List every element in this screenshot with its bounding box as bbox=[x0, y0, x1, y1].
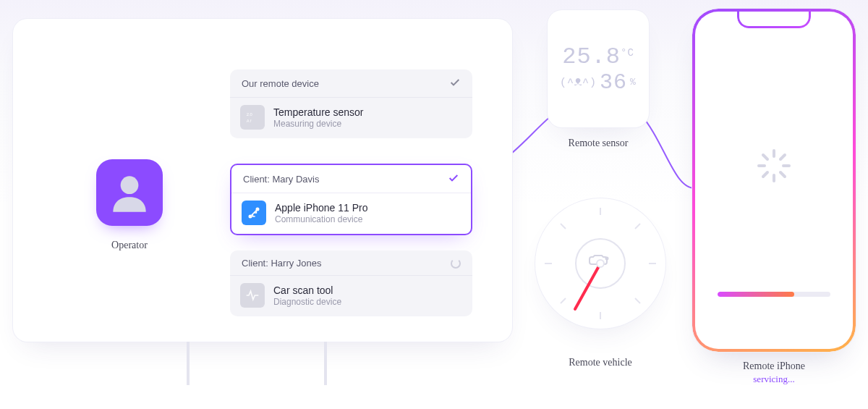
check-icon bbox=[449, 77, 461, 90]
sensor-temperature: 25.8°C bbox=[562, 43, 634, 70]
check-icon bbox=[448, 172, 459, 186]
remote-iphone-label: Remote iPhone servicing... bbox=[692, 360, 856, 385]
phone-status-text: servicing... bbox=[692, 374, 856, 385]
device-title: Temperature sensor bbox=[273, 106, 364, 118]
humidity-value: 36 bbox=[600, 70, 627, 95]
svg-text:2.0: 2.0 bbox=[247, 112, 253, 117]
svg-point-18 bbox=[597, 260, 604, 267]
card-header: Client: Mary Davis bbox=[231, 165, 471, 193]
svg-text:A f: A f bbox=[247, 119, 252, 123]
device-card-iphone[interactable]: Client: Mary Davis Apple iPhone 11 Pro C… bbox=[230, 164, 472, 235]
svg-line-23 bbox=[763, 155, 767, 159]
svg-point-4 bbox=[256, 208, 258, 210]
remote-vehicle-label: Remote vehicle bbox=[535, 357, 665, 368]
progress-fill bbox=[718, 292, 794, 297]
loading-spinner-icon bbox=[451, 258, 461, 269]
remote-sensor-label: Remote sensor bbox=[548, 138, 649, 149]
svg-line-12 bbox=[635, 298, 640, 303]
device-subtitle: Measuring device bbox=[273, 119, 364, 129]
remote-vehicle-gauge bbox=[535, 198, 665, 329]
phone-label-text: Remote iPhone bbox=[692, 360, 856, 372]
gauge-icon bbox=[539, 202, 662, 325]
person-icon bbox=[106, 169, 153, 216]
temperature-unit: °C bbox=[621, 47, 634, 59]
svg-line-25 bbox=[763, 172, 767, 177]
remote-iphone bbox=[692, 9, 856, 352]
operator-label: Operator bbox=[96, 240, 163, 251]
svg-line-13 bbox=[561, 298, 566, 303]
svg-line-26 bbox=[780, 155, 785, 159]
device-subtitle: Diagnostic device bbox=[273, 297, 341, 307]
operator-panel: Operator Our remote device 2.0A f Temper… bbox=[13, 19, 512, 342]
temperature-value: 25.8 bbox=[562, 43, 621, 70]
panel-legs bbox=[174, 342, 340, 385]
device-card-temperature[interactable]: Our remote device 2.0A f Temperature sen… bbox=[230, 69, 472, 138]
remote-sensor-card: 25.8°C (^ᴥ^) 36% bbox=[548, 10, 649, 127]
card-header: Our remote device bbox=[230, 69, 472, 97]
sensor-humidity: (^ᴥ^) 36% bbox=[560, 70, 637, 95]
card-header-text: Our remote device bbox=[242, 78, 319, 89]
device-title: Car scan tool bbox=[273, 284, 341, 296]
progress-bar bbox=[718, 292, 830, 297]
card-header: Client: Harry Jones bbox=[230, 250, 472, 275]
svg-line-11 bbox=[561, 224, 566, 229]
svg-line-14 bbox=[635, 224, 640, 229]
svg-line-17 bbox=[575, 263, 600, 309]
card-header-text: Client: Mary Davis bbox=[243, 174, 319, 185]
loading-spinner-icon bbox=[756, 148, 792, 184]
diagnostic-icon bbox=[240, 283, 265, 308]
humidity-unit: % bbox=[630, 77, 637, 88]
thermometer-icon: 2.0A f bbox=[240, 105, 265, 130]
card-header-text: Client: Harry Jones bbox=[242, 258, 322, 269]
usb-icon bbox=[242, 201, 266, 225]
operator-avatar bbox=[96, 159, 163, 226]
svg-point-0 bbox=[121, 176, 139, 194]
device-card-carscan[interactable]: Client: Harry Jones Car scan tool Diagno… bbox=[230, 250, 472, 316]
device-subtitle: Communication device bbox=[275, 214, 367, 224]
device-title: Apple iPhone 11 Pro bbox=[275, 202, 367, 214]
face-icon: (^ᴥ^) bbox=[560, 76, 597, 89]
svg-line-24 bbox=[780, 172, 785, 177]
